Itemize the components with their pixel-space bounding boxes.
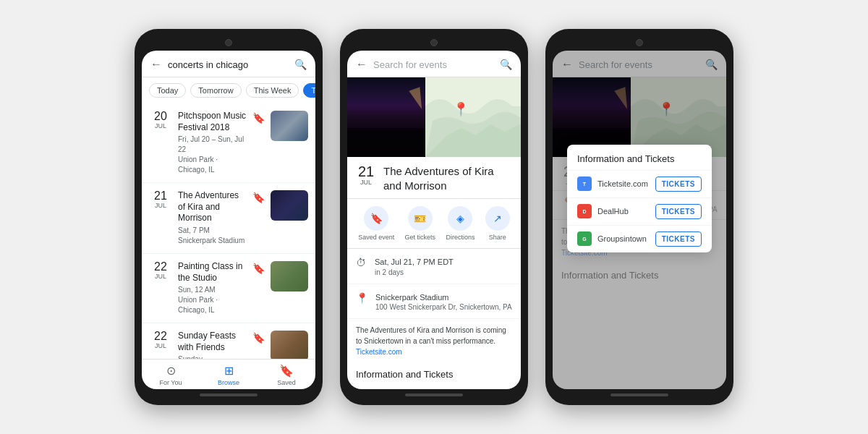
- phone-3: ← Search for events 🔍 📍 2: [545, 29, 733, 405]
- map-overlay: [425, 77, 521, 157]
- bookmark-icon-1[interactable]: 🔖: [252, 112, 265, 124]
- event-info-3: Painting Class in the Studio Sun, 12 AMU…: [178, 261, 247, 315]
- camera-2: [430, 39, 438, 46]
- desc-link[interactable]: Ticketsite.com: [356, 348, 402, 356]
- event-date-mon-2: JUL: [149, 202, 172, 209]
- info-tickets-label: Information and Tickets: [347, 363, 521, 383]
- search-input-2[interactable]: Search for events: [373, 59, 494, 70]
- event-header-date-mon: JUL: [356, 179, 376, 186]
- list-item[interactable]: 20 JUL Pitchspoon Music Festival 2018 Fr…: [142, 103, 315, 183]
- event-sub-2: Sat, 7 PMSnickerpark Stadium: [178, 226, 247, 246]
- ticket-name-3: Groupsintown: [597, 234, 650, 243]
- saved-label: Saved: [277, 379, 296, 386]
- nav-browse[interactable]: ⊞ Browse: [200, 364, 258, 386]
- event-date-mon-3: JUL: [149, 273, 172, 280]
- search-input-1[interactable]: concerts in chicago: [168, 59, 289, 70]
- venue-text: Snickerpark Stadium: [375, 292, 512, 304]
- event-sub-3: Sun, 12 AMUnion Park · Chicago, IL: [178, 285, 247, 315]
- browse-label: Browse: [218, 379, 239, 386]
- event-title-2: The Adventures of Kira and Morrison: [178, 190, 247, 224]
- ticket-logo-3: G: [577, 231, 592, 246]
- directions-btn[interactable]: ◈ Directions: [446, 206, 475, 241]
- event-date-1: 20 JUL: [149, 111, 172, 129]
- svg-text:D: D: [582, 209, 586, 214]
- get-tickets-label: Get tickets: [405, 234, 436, 241]
- nav-saved[interactable]: 🔖 Saved: [258, 364, 315, 386]
- ticket-row-3: G Groupsintown TICKETS: [567, 225, 712, 252]
- saved-event-btn[interactable]: 🔖 Saved event: [358, 206, 394, 241]
- event-date-mon-1: JUL: [149, 122, 172, 129]
- venue-address: 100 West Snickerpark Dr, Snickertown, PA: [375, 303, 512, 311]
- ticket-logo-2: D: [577, 204, 592, 218]
- screen-2: ← Search for events 🔍 📍 2: [347, 51, 521, 389]
- phones-container: ← concerts in chicago 🔍 Today Tomorrow T…: [120, 14, 748, 420]
- foryou-icon: ⊙: [166, 364, 176, 378]
- chip-thisweekend[interactable]: This Weekend: [303, 83, 315, 98]
- event-header-date-num: 21: [356, 164, 376, 179]
- datetime-sub: in 2 days: [375, 268, 454, 276]
- share-icon: ↗: [485, 206, 510, 231]
- ticket-row-2: D DealHub TICKETS: [567, 197, 712, 225]
- event-date-num-3: 22: [149, 261, 172, 273]
- datetime-section: ⏱ Sat, Jul 21, 7 PM EDT in 2 days: [347, 249, 521, 284]
- ticket-name-2: DealHub: [597, 207, 650, 216]
- camera-3: [636, 39, 643, 46]
- bottom-bar-3: [610, 393, 668, 396]
- tickets-btn-1[interactable]: TICKETS: [655, 176, 702, 192]
- svg-text:G: G: [582, 237, 587, 242]
- event-thumb-3: [271, 261, 308, 292]
- clock-icon: ⏱: [356, 257, 367, 268]
- tickets-btn-2[interactable]: TICKETS: [655, 204, 702, 219]
- browse-icon: ⊞: [224, 364, 234, 378]
- search-bar-1: ← concerts in chicago 🔍: [142, 51, 315, 77]
- search-icon-2[interactable]: 🔍: [500, 59, 512, 70]
- modal-overlay[interactable]: Information and Tickets T Ticketsite.com…: [553, 51, 726, 389]
- ticket-logo-1: T: [577, 176, 592, 191]
- tickets-btn-3[interactable]: TICKETS: [655, 231, 702, 247]
- bookmark-icon-3[interactable]: 🔖: [252, 263, 265, 274]
- datetime-text: Sat, Jul 21, 7 PM EDT: [375, 256, 454, 268]
- list-item[interactable]: 22 JUL Sunday Feasts with Friends Sunday…: [142, 323, 315, 359]
- event-date-mon-4: JUL: [149, 342, 172, 349]
- back-arrow-1[interactable]: ←: [150, 58, 162, 71]
- screen-1: ← concerts in chicago 🔍 Today Tomorrow T…: [142, 51, 315, 389]
- map-pin-2: 📍: [453, 101, 469, 117]
- saved-event-label: Saved event: [358, 234, 394, 241]
- event-info-1: Pitchspoon Music Festival 2018 Fri, Jul …: [178, 111, 247, 175]
- description-text: The Adventures of Kira and Morrison is c…: [347, 319, 521, 363]
- action-buttons: 🔖 Saved event 🎫 Get tickets ◈ Directions…: [347, 199, 521, 249]
- chip-today[interactable]: Today: [149, 83, 186, 98]
- search-icon-1[interactable]: 🔍: [294, 59, 307, 70]
- tickets-modal: Information and Tickets T Ticketsite.com…: [567, 145, 712, 252]
- event-title-4: Sunday Feasts with Friends: [178, 331, 247, 353]
- share-label: Share: [489, 234, 506, 241]
- directions-icon: ◈: [448, 206, 472, 231]
- foryou-label: For You: [159, 379, 182, 386]
- event-date-3: 22 JUL: [149, 261, 172, 280]
- bookmark-icon-2[interactable]: 🔖: [252, 192, 265, 203]
- event-date-2: 21 JUL: [149, 190, 172, 209]
- get-tickets-btn[interactable]: 🎫 Get tickets: [405, 206, 436, 241]
- chip-tomorrow[interactable]: Tomorrow: [190, 83, 241, 98]
- directions-label: Directions: [446, 234, 475, 241]
- nav-foryou[interactable]: ⊙ For You: [142, 364, 200, 386]
- ticket-name-1: Ticketsite.com: [597, 179, 650, 188]
- event-title-1: Pitchspoon Music Festival 2018: [178, 111, 247, 133]
- event-thumb-4: [271, 331, 308, 359]
- list-item[interactable]: 22 JUL Painting Class in the Studio Sun,…: [142, 254, 315, 323]
- event-date-num-1: 20: [149, 111, 172, 122]
- bottom-nav-1: ⊙ For You ⊞ Browse 🔖 Saved: [142, 359, 315, 389]
- event-header-2: 21 JUL The Adventures of Kira and Morris…: [347, 157, 521, 199]
- bottom-bar-2: [405, 393, 463, 396]
- modal-title: Information and Tickets: [567, 145, 712, 170]
- screen-3: ← Search for events 🔍 📍 2: [553, 51, 726, 389]
- event-thumb-2: [271, 190, 308, 221]
- bookmark-icon-4[interactable]: 🔖: [252, 332, 265, 344]
- location-icon: 📍: [356, 292, 368, 304]
- back-arrow-2[interactable]: ←: [356, 58, 367, 71]
- share-btn[interactable]: ↗ Share: [485, 206, 510, 241]
- filter-chips: Today Tomorrow This Week This Weekend: [142, 77, 315, 103]
- chip-thisweek[interactable]: This Week: [246, 83, 299, 98]
- get-tickets-icon: 🎫: [408, 206, 433, 231]
- list-item[interactable]: 21 JUL The Adventures of Kira and Morris…: [142, 183, 315, 254]
